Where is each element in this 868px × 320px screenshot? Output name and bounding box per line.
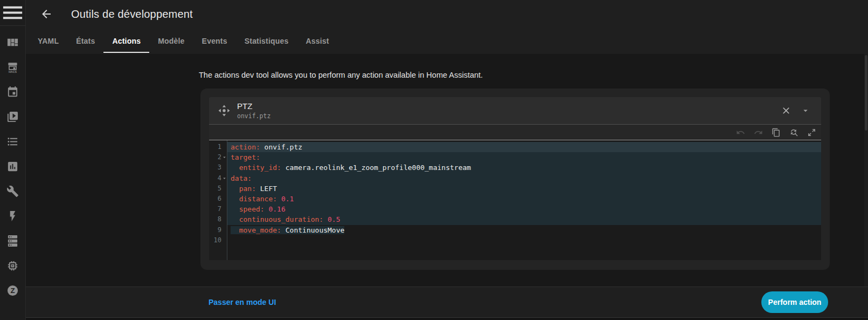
action-row-controls <box>779 104 813 118</box>
fold-spacer <box>221 206 227 212</box>
perform-action-button[interactable]: Perform action <box>761 291 828 313</box>
code-line-9[interactable]: 9 move_mode: ContinuousMove <box>209 225 821 235</box>
back-arrow-icon[interactable] <box>40 8 53 21</box>
undo-icon <box>735 127 746 138</box>
tab-modèle[interactable]: Modèle <box>149 28 193 54</box>
sidebar-item-todo-list-icon[interactable] <box>6 135 19 148</box>
code-text: action: onvif.ptz <box>227 142 821 152</box>
sidebar-item-calendar-icon[interactable] <box>6 85 19 98</box>
code-text: data: <box>227 173 821 183</box>
close-icon[interactable] <box>779 104 793 118</box>
fold-spacer <box>221 186 227 192</box>
dev-tools-tabs: YAMLÉtatsActionsModèleEventsStatistiques… <box>26 28 868 54</box>
code-lines: 1action: onvif.ptz2target:3 entity_id: c… <box>209 140 821 246</box>
tab-actions[interactable]: Actions <box>103 28 149 54</box>
chevron-down-icon[interactable] <box>798 104 813 118</box>
fold-spacer <box>221 196 227 202</box>
ui-mode-link[interactable]: Passer en mode UI <box>209 298 276 307</box>
sidebar-icon-list: HACSZ <box>0 26 25 297</box>
yaml-editor[interactable]: 1action: onvif.ptz2target:3 entity_id: c… <box>209 140 821 260</box>
tab-yaml[interactable]: YAML <box>29 28 67 54</box>
code-text: distance: 0.1 <box>227 194 821 204</box>
app-sidebar: HACSZ <box>0 0 26 320</box>
sidebar-item-media-icon[interactable] <box>6 110 19 123</box>
redo-icon <box>753 127 763 138</box>
code-line-6[interactable]: 6 distance: 0.1 <box>209 194 821 204</box>
code-line-5[interactable]: 5 pan: LEFT <box>209 183 821 194</box>
line-number: 9 <box>209 225 227 235</box>
fold-spacer <box>221 165 227 171</box>
sidebar-item-developer-tools-icon[interactable] <box>6 185 19 198</box>
code-line-3[interactable]: 3 entity_id: camera.reolink_e1_zoom_prof… <box>209 162 821 173</box>
fold-chevron-icon[interactable] <box>221 154 227 160</box>
code-text <box>227 235 821 246</box>
copy-icon[interactable] <box>770 127 781 138</box>
line-number: 4 <box>209 173 227 183</box>
page-title: Outils de développement <box>71 8 193 21</box>
title-row: Outils de développement <box>26 0 868 28</box>
line-number: 7 <box>209 204 227 214</box>
tab-statistiques[interactable]: Statistiques <box>236 28 297 54</box>
line-number: 1 <box>209 142 227 152</box>
line-number: 10 <box>209 235 227 246</box>
action-title: PTZ <box>237 101 270 111</box>
code-line-10[interactable]: 10 <box>209 235 821 246</box>
tab-events[interactable]: Events <box>193 28 236 54</box>
svg-text:HACS: HACS <box>9 70 17 73</box>
sidebar-item-server-icon[interactable] <box>6 234 19 247</box>
editor-toolbar <box>209 125 821 140</box>
code-text: move_mode: ContinuousMove <box>227 225 821 235</box>
fold-spacer <box>221 216 227 222</box>
svg-text:Z: Z <box>10 287 15 295</box>
sidebar-item-hacs-icon[interactable]: HACS <box>6 60 19 73</box>
hamburger-menu-icon[interactable] <box>0 0 25 26</box>
find-replace-icon[interactable] <box>788 127 799 138</box>
line-number: 8 <box>209 214 227 224</box>
tab-assist[interactable]: Assist <box>297 28 338 54</box>
code-line-1[interactable]: 1action: onvif.ptz <box>209 142 821 152</box>
main-content: The actions dev tool allows you to perfo… <box>26 54 868 287</box>
line-number: 3 <box>209 162 227 173</box>
action-row-titles: PTZ onvif.ptz <box>237 101 270 120</box>
fold-spacer <box>221 237 227 243</box>
fold-spacer <box>221 227 227 233</box>
tab-états[interactable]: États <box>67 28 103 54</box>
code-text: entity_id: camera.reolink_e1_zoom_profil… <box>227 162 821 173</box>
fold-spacer <box>221 144 227 150</box>
footer-bar: Passer en mode UI Perform action <box>26 287 868 317</box>
code-text: pan: LEFT <box>227 183 821 194</box>
sidebar-item-hardware-chip-icon[interactable] <box>6 259 19 272</box>
fullscreen-icon[interactable] <box>806 127 817 138</box>
sidebar-item-dashboard-icon[interactable] <box>6 36 19 49</box>
sidebar-item-energy-icon[interactable] <box>6 209 19 222</box>
action-service-id: onvif.ptz <box>237 112 270 120</box>
code-text: speed: 0.16 <box>227 204 821 214</box>
sidebar-item-history-chart-icon[interactable] <box>6 160 19 173</box>
ptz-move-icon <box>218 104 231 117</box>
code-line-7[interactable]: 7 speed: 0.16 <box>209 204 821 214</box>
code-text: continuous_duration: 0.5 <box>227 214 821 224</box>
fold-chevron-icon[interactable] <box>221 175 227 181</box>
bottom-strip <box>26 317 868 320</box>
code-line-8[interactable]: 8 continuous_duration: 0.5 <box>209 214 821 224</box>
sidebar-item-zigbee-icon[interactable]: Z <box>6 284 19 297</box>
page-scrollbar[interactable] <box>864 54 868 287</box>
action-row-header: PTZ onvif.ptz <box>209 97 821 125</box>
line-number: 5 <box>209 183 227 194</box>
line-number: 6 <box>209 194 227 204</box>
top-header: Outils de développement YAMLÉtatsActions… <box>26 0 868 54</box>
code-line-2[interactable]: 2target: <box>209 152 821 162</box>
code-text: target: <box>227 152 821 162</box>
actions-description: The actions dev tool allows you to perfo… <box>199 71 483 79</box>
scrollbar-thumb[interactable] <box>865 55 867 131</box>
code-line-4[interactable]: 4data: <box>209 173 821 183</box>
line-number: 2 <box>209 152 227 162</box>
action-card: PTZ onvif.ptz 1action: onvif.ptz2target:… <box>200 88 830 270</box>
